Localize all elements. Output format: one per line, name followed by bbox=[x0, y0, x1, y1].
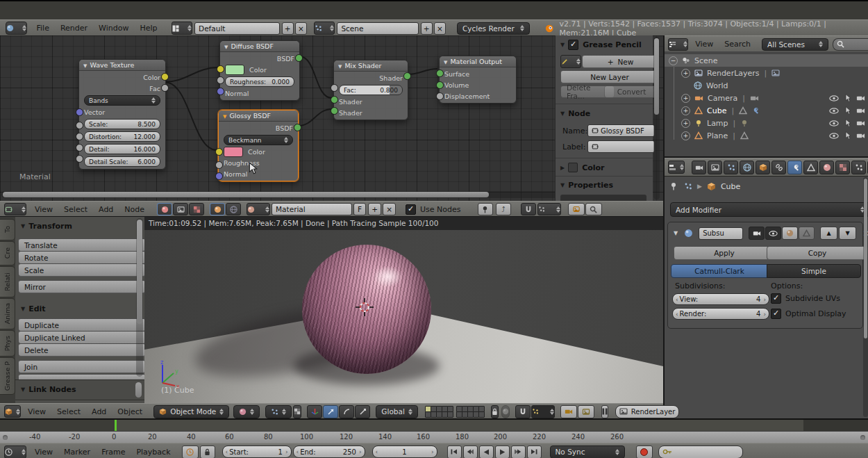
menu-window[interactable]: Window bbox=[99, 24, 128, 33]
modifier-name-field[interactable]: Subsu bbox=[699, 227, 743, 240]
tab-world-icon[interactable] bbox=[740, 161, 754, 174]
snap-toggle-button[interactable] bbox=[521, 203, 536, 215]
scene-name-field[interactable]: Scene bbox=[337, 22, 418, 35]
mix-fac-slider[interactable]: Fac:0.800 bbox=[339, 85, 403, 95]
socket-roughness-input[interactable] bbox=[217, 76, 224, 84]
subdivision-type-catmull-clark[interactable]: Catmull-Clark bbox=[671, 264, 768, 278]
menu-help[interactable]: Help bbox=[140, 24, 157, 33]
modifier-cage-toggle[interactable] bbox=[799, 227, 815, 240]
socket-distortion-input[interactable] bbox=[76, 133, 83, 140]
socket-roughness-input[interactable] bbox=[215, 161, 223, 169]
node-diffuse-bsdf[interactable]: ▼Diffuse BSDF BSDF Color Roughness:0.000… bbox=[219, 40, 300, 101]
shelf-vscrollbar-track[interactable] bbox=[136, 218, 143, 377]
rotate-button[interactable]: Rotate bbox=[18, 251, 146, 264]
visibility-eye-icon[interactable] bbox=[829, 95, 839, 101]
color-panel-title[interactable]: Color bbox=[582, 163, 604, 172]
menu-view[interactable]: View bbox=[695, 40, 713, 49]
screen-layout-name-field[interactable]: Default bbox=[194, 22, 280, 35]
start-frame-field[interactable]: ‹Start:1› bbox=[222, 445, 292, 458]
end-frame-field[interactable]: ‹End:250› bbox=[293, 445, 365, 458]
menu-select[interactable]: Select bbox=[57, 407, 81, 416]
manipulator-translate-button[interactable] bbox=[323, 405, 338, 418]
keying-set-field[interactable] bbox=[658, 445, 743, 458]
backdrop-zoom-button[interactable] bbox=[585, 203, 602, 215]
shelf-tab-relations[interactable]: Relati bbox=[0, 266, 15, 297]
texture-nodes-toggle[interactable] bbox=[189, 203, 204, 215]
menu-playback[interactable]: Playback bbox=[136, 448, 170, 457]
mode-dropdown[interactable]: Object Mode bbox=[153, 405, 229, 418]
tab-modifiers-icon[interactable] bbox=[787, 161, 802, 174]
link-nodes-panel-header[interactable]: ▼ Link Nodes bbox=[15, 379, 144, 400]
modifier-move-up-button[interactable]: ▲ bbox=[820, 227, 837, 240]
proportional-edit-dropdown[interactable] bbox=[501, 405, 510, 418]
shelf-tab-animation[interactable]: Anima bbox=[0, 298, 15, 329]
socket-detail-scale-input[interactable] bbox=[76, 155, 83, 163]
expand-toggle[interactable]: + bbox=[681, 131, 690, 140]
opengl-render-still-button[interactable] bbox=[560, 405, 577, 418]
convert-button[interactable]: Convert bbox=[604, 85, 659, 98]
socket-color-input[interactable] bbox=[217, 65, 224, 73]
editor-type-outliner-button[interactable] bbox=[668, 38, 688, 51]
collapse-icon[interactable]: ▼ bbox=[21, 386, 25, 393]
outliner-row-world[interactable]: World bbox=[665, 79, 868, 92]
socket-normal-input[interactable] bbox=[217, 88, 224, 95]
grease-pencil-checkbox[interactable]: ✓ bbox=[568, 40, 578, 50]
wave-distortion-slider[interactable]: Distortion:12.000 bbox=[84, 131, 160, 142]
visibility-eye-icon[interactable] bbox=[829, 133, 839, 139]
grease-pencil-panel-title[interactable]: Grease Pencil bbox=[583, 40, 642, 49]
layers-grid-right[interactable] bbox=[456, 406, 484, 417]
timeline-canvas[interactable] bbox=[0, 420, 868, 431]
snap-toggle-button[interactable] bbox=[515, 405, 531, 418]
socket-shader2-input[interactable] bbox=[331, 107, 338, 115]
properties-vscrollbar-thumb[interactable] bbox=[864, 179, 867, 338]
subdivision-type-simple[interactable]: Simple bbox=[767, 264, 861, 278]
node-wave-texture[interactable]: ▼Wave Texture Color Fac Bands Vector Sca… bbox=[78, 59, 166, 170]
scene-icon-button[interactable] bbox=[314, 22, 335, 35]
shelf-tab-physics[interactable]: Phys bbox=[0, 330, 15, 357]
properties-vscrollbar-track[interactable] bbox=[863, 177, 868, 417]
socket-color-input[interactable] bbox=[215, 148, 223, 156]
pivot-point-dropdown[interactable] bbox=[265, 405, 292, 418]
optimal-display-checkbox[interactable]: ✓ bbox=[771, 309, 781, 319]
selectability-cursor-icon[interactable] bbox=[845, 94, 851, 102]
menu-marker[interactable]: Marker bbox=[64, 448, 90, 457]
add-material-button[interactable]: + bbox=[368, 203, 381, 215]
outliner-row-camera[interactable]: + Camera | bbox=[665, 92, 868, 104]
editor-type-node-button[interactable] bbox=[4, 203, 26, 215]
duplicate-button[interactable]: Duplicate bbox=[18, 318, 146, 332]
outliner-row-cube[interactable]: + Cube | bbox=[665, 104, 868, 117]
preview-range-clock-button[interactable] bbox=[182, 445, 199, 458]
add-layout-button[interactable]: + bbox=[282, 22, 294, 35]
use-nodes-checkbox[interactable]: ✓ bbox=[406, 204, 416, 215]
opengl-render-anim-button[interactable] bbox=[578, 405, 594, 418]
lock-to-scene-toggle[interactable] bbox=[491, 405, 499, 418]
snap-target-dropdown[interactable] bbox=[537, 203, 561, 215]
renderability-camera-icon[interactable] bbox=[856, 95, 865, 101]
tab-particles-icon[interactable] bbox=[851, 161, 866, 174]
tab-render-icon[interactable] bbox=[692, 161, 706, 174]
socket-normal-input[interactable] bbox=[215, 172, 223, 180]
diffuse-color-swatch[interactable] bbox=[225, 65, 244, 75]
socket-color-output[interactable] bbox=[161, 73, 169, 81]
play-reverse-button[interactable] bbox=[479, 445, 494, 458]
pivot-align-toggle[interactable] bbox=[293, 405, 301, 418]
compositing-nodes-toggle[interactable] bbox=[173, 203, 188, 215]
shelf-tab-create[interactable]: Cre bbox=[0, 241, 15, 265]
shelf-vscrollbar-thumb[interactable] bbox=[137, 220, 142, 324]
duplicate-linked-button[interactable]: Duplicate Linked bbox=[18, 331, 146, 344]
selectability-cursor-icon[interactable] bbox=[845, 131, 851, 140]
render-subdivisions-slider[interactable]: ‹Render:4› bbox=[672, 308, 769, 320]
tab-data-icon[interactable] bbox=[803, 161, 818, 174]
menu-node[interactable]: Node bbox=[124, 205, 144, 214]
translate-button[interactable]: Translate bbox=[18, 238, 146, 252]
menu-select[interactable]: Select bbox=[64, 205, 87, 214]
viewport-shading-dropdown[interactable] bbox=[233, 405, 260, 418]
add-modifier-dropdown[interactable]: Add Modifier bbox=[670, 202, 868, 217]
modifier-editmode-toggle[interactable] bbox=[782, 227, 798, 240]
current-frame-marker[interactable] bbox=[115, 420, 117, 431]
wave-detail-slider[interactable]: Detail:16.000 bbox=[84, 144, 160, 154]
socket-bsdf-output[interactable] bbox=[294, 124, 301, 131]
socket-detail-input[interactable] bbox=[76, 144, 83, 152]
node-vscrollbar-track[interactable] bbox=[653, 37, 660, 199]
wave-detail-scale-slider[interactable]: Detail Scale:6.000 bbox=[84, 156, 160, 167]
